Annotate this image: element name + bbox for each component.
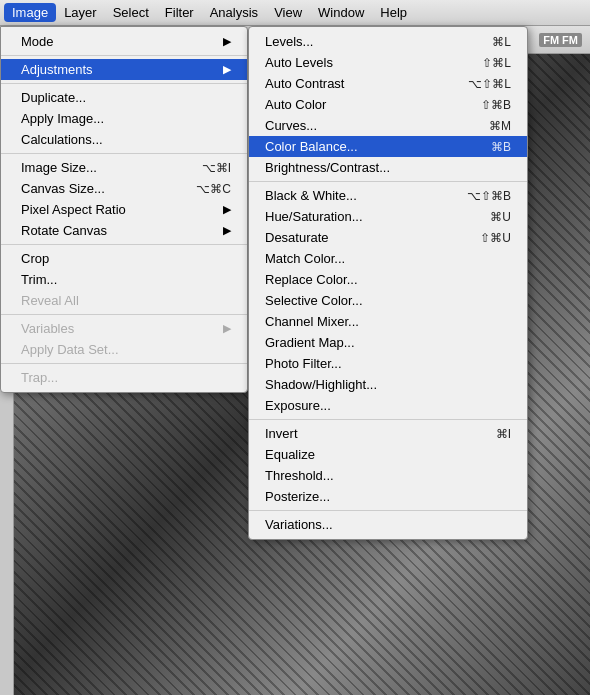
adjustments-arrow: ▶ <box>223 63 231 76</box>
adj-replace-color[interactable]: Replace Color... <box>249 269 527 290</box>
adj-auto-color[interactable]: Auto Color ⇧⌘B <box>249 94 527 115</box>
menu-rotate-canvas[interactable]: Rotate Canvas ▶ <box>1 220 247 241</box>
color-balance-shortcut: ⌘B <box>491 140 511 154</box>
menu-adjustments[interactable]: Adjustments ▶ <box>1 59 247 80</box>
menu-pixel-aspect[interactable]: Pixel Aspect Ratio ▶ <box>1 199 247 220</box>
invert-shortcut: ⌘I <box>496 427 511 441</box>
hue-sat-shortcut: ⌘U <box>490 210 511 224</box>
menu-help[interactable]: Help <box>372 3 415 22</box>
separator-6 <box>1 363 247 364</box>
menu-calculations[interactable]: Calculations... <box>1 129 247 150</box>
menu-image-size[interactable]: Image Size... ⌥⌘I <box>1 157 247 178</box>
adj-exposure[interactable]: Exposure... <box>249 395 527 416</box>
adj-curves[interactable]: Curves... ⌘M <box>249 115 527 136</box>
adj-hue-saturation[interactable]: Hue/Saturation... ⌘U <box>249 206 527 227</box>
adj-brightness-contrast[interactable]: Brightness/Contrast... <box>249 157 527 178</box>
menu-variables: Variables ▶ <box>1 318 247 339</box>
auto-contrast-shortcut: ⌥⇧⌘L <box>468 77 511 91</box>
menu-mode[interactable]: Mode ▶ <box>1 31 247 52</box>
black-white-shortcut: ⌥⇧⌘B <box>467 189 511 203</box>
menu-trim[interactable]: Trim... <box>1 269 247 290</box>
adj-invert[interactable]: Invert ⌘I <box>249 423 527 444</box>
menu-select[interactable]: Select <box>105 3 157 22</box>
menu-bar: Image Layer Select Filter Analysis View … <box>0 0 590 26</box>
adj-threshold[interactable]: Threshold... <box>249 465 527 486</box>
rotate-canvas-arrow: ▶ <box>223 224 231 237</box>
submenu-sep-2 <box>249 419 527 420</box>
adj-levels[interactable]: Levels... ⌘L <box>249 31 527 52</box>
menu-layer[interactable]: Layer <box>56 3 105 22</box>
adj-match-color[interactable]: Match Color... <box>249 248 527 269</box>
adj-auto-levels[interactable]: Auto Levels ⇧⌘L <box>249 52 527 73</box>
auto-color-shortcut: ⇧⌘B <box>481 98 511 112</box>
menu-view[interactable]: View <box>266 3 310 22</box>
adj-gradient-map[interactable]: Gradient Map... <box>249 332 527 353</box>
adj-variations[interactable]: Variations... <box>249 514 527 535</box>
submenu-sep-1 <box>249 181 527 182</box>
adj-auto-contrast[interactable]: Auto Contrast ⌥⇧⌘L <box>249 73 527 94</box>
menu-reveal-all: Reveal All <box>1 290 247 311</box>
adj-color-balance[interactable]: Color Balance... ⌘B <box>249 136 527 157</box>
adj-channel-mixer[interactable]: Channel Mixer... <box>249 311 527 332</box>
adj-photo-filter[interactable]: Photo Filter... <box>249 353 527 374</box>
canvas-size-shortcut: ⌥⌘C <box>196 182 231 196</box>
separator-5 <box>1 314 247 315</box>
levels-shortcut: ⌘L <box>492 35 511 49</box>
menu-filter[interactable]: Filter <box>157 3 202 22</box>
desaturate-shortcut: ⇧⌘U <box>480 231 511 245</box>
menu-duplicate[interactable]: Duplicate... <box>1 87 247 108</box>
separator-4 <box>1 244 247 245</box>
adjustments-submenu: Levels... ⌘L Auto Levels ⇧⌘L Auto Contra… <box>248 26 528 540</box>
submenu-sep-3 <box>249 510 527 511</box>
menu-image[interactable]: Image <box>4 3 56 22</box>
mode-arrow: ▶ <box>223 35 231 48</box>
curves-shortcut: ⌘M <box>489 119 511 133</box>
menu-analysis[interactable]: Analysis <box>202 3 266 22</box>
menu-window[interactable]: Window <box>310 3 372 22</box>
auto-levels-shortcut: ⇧⌘L <box>482 56 511 70</box>
adj-shadow-highlight[interactable]: Shadow/Highlight... <box>249 374 527 395</box>
adj-selective-color[interactable]: Selective Color... <box>249 290 527 311</box>
menu-trap: Trap... <box>1 367 247 388</box>
separator-3 <box>1 153 247 154</box>
separator-2 <box>1 83 247 84</box>
separator-1 <box>1 55 247 56</box>
menu-canvas-size[interactable]: Canvas Size... ⌥⌘C <box>1 178 247 199</box>
image-dropdown: Mode ▶ Adjustments ▶ Duplicate... Apply … <box>0 26 248 393</box>
adj-desaturate[interactable]: Desaturate ⇧⌘U <box>249 227 527 248</box>
pixel-aspect-arrow: ▶ <box>223 203 231 216</box>
menu-apply-data-set: Apply Data Set... <box>1 339 247 360</box>
adj-black-white[interactable]: Black & White... ⌥⇧⌘B <box>249 185 527 206</box>
variables-arrow: ▶ <box>223 322 231 335</box>
adj-equalize[interactable]: Equalize <box>249 444 527 465</box>
menu-crop[interactable]: Crop <box>1 248 247 269</box>
menu-apply-image[interactable]: Apply Image... <box>1 108 247 129</box>
fm-badge: FM FM <box>539 33 582 47</box>
image-size-shortcut: ⌥⌘I <box>202 161 231 175</box>
adj-posterize[interactable]: Posterize... <box>249 486 527 507</box>
